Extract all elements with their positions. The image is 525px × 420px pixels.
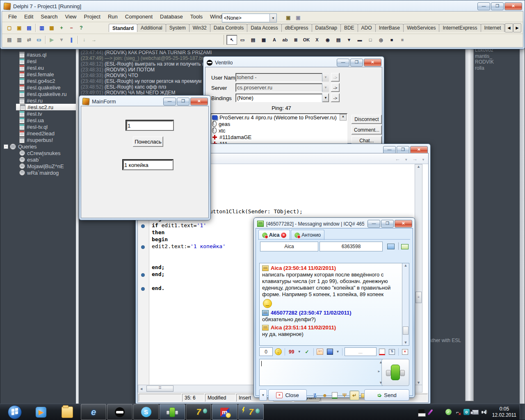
- breakpoint-dot-icon[interactable]: [141, 224, 145, 228]
- vent-disconnect-button[interactable]: Disconnect: [352, 115, 382, 124]
- close-chat-button[interactable]: × Close: [268, 389, 307, 401]
- minimize-button[interactable]: —: [477, 2, 490, 10]
- vent-comment-button[interactable]: Comment...: [352, 126, 382, 135]
- breakpoint-dot-icon[interactable]: [141, 245, 145, 249]
- taskbar-start-button[interactable]: [2, 404, 27, 420]
- popupmenu-component-icon[interactable]: ▦: [258, 35, 269, 45]
- palette-tab-system[interactable]: System: [166, 24, 189, 32]
- message-notes-icon[interactable]: [330, 390, 340, 400]
- expand-input-icon[interactable]: ⇅: [388, 347, 396, 357]
- server-field[interactable]: cs.proserver.ru ▼: [235, 83, 329, 92]
- app-o-tray-icon[interactable]: o: [463, 409, 470, 415]
- trace-into-icon[interactable]: ↓: [79, 35, 89, 44]
- palette-tab-internetexpress[interactable]: InternetExpress: [439, 24, 481, 32]
- frames-component-icon[interactable]: ▭: [237, 35, 248, 45]
- radiogroup-component-icon[interactable]: ◎: [376, 35, 386, 45]
- scroll-down-icon[interactable]: ▼: [402, 340, 409, 345]
- add-user-icon[interactable]: ☻: [320, 390, 330, 400]
- font-style-icon[interactable]: Z: [310, 390, 320, 400]
- chevron-down-icon[interactable]: ▼: [322, 94, 329, 102]
- palette-tab-data-controls[interactable]: Data Controls: [210, 24, 247, 32]
- channel-item-#esl-tv[interactable]: #esl.tv: [0, 110, 76, 117]
- minimize-button[interactable]: —: [337, 59, 349, 66]
- menu-file[interactable]: File: [5, 12, 21, 21]
- actionlist-component-icon[interactable]: ≡: [397, 35, 408, 45]
- radiobutton-component-icon[interactable]: ◉: [322, 35, 333, 45]
- close-button[interactable]: ✕: [395, 220, 412, 228]
- scroll-thumb[interactable]: ☰: [146, 386, 173, 392]
- save-icon[interactable]: ▤: [24, 23, 34, 32]
- quote-icon[interactable]: 99: [287, 347, 296, 357]
- run-dropdown-icon[interactable]: ▼: [57, 35, 66, 44]
- set-debug-desktop-icon[interactable]: ▣: [293, 13, 303, 22]
- queries-group[interactable]: −Queries: [0, 143, 76, 150]
- taskbar-skype-button[interactable]: S: [133, 404, 159, 420]
- query-item-wra-mairdog[interactable]: wRa`mairdog: [0, 169, 76, 176]
- restore-button[interactable]: ❐: [350, 59, 363, 66]
- panel-collapse-arrow-icon[interactable]: ►: [377, 370, 381, 373]
- breakpoint-dot-icon[interactable]: [141, 287, 145, 291]
- taskbar-delphi-run-button[interactable]: 7: [238, 404, 264, 420]
- tabs-scroll-right-icon[interactable]: ►: [513, 23, 521, 32]
- bindings-combo[interactable]: (None) ▼: [235, 94, 329, 102]
- breakpoint-dot-icon[interactable]: [141, 273, 145, 277]
- channel-item-#esl-quakelive[interactable]: #esl.quakelive: [0, 84, 76, 91]
- close-button[interactable]: ✕: [190, 98, 208, 105]
- mirc-tree-splitter[interactable]: [76, 46, 79, 404]
- close-button[interactable]: ✕: [364, 59, 381, 66]
- save-desktop-icon[interactable]: ▣: [283, 13, 293, 22]
- query-item-ccrew-snukes[interactable]: cCrew|snukes: [0, 150, 76, 156]
- palette-tab-internet[interactable]: Internet: [481, 24, 505, 32]
- contact-card-icon[interactable]: [386, 242, 396, 251]
- open-icon[interactable]: ▣: [14, 23, 24, 32]
- menu-database[interactable]: Database: [156, 12, 187, 21]
- remove-file-icon[interactable]: −: [66, 23, 76, 32]
- pointer-component-icon[interactable]: ↖: [226, 35, 237, 45]
- taskbar-clock[interactable]: 0:05 12.02.2011: [492, 406, 516, 418]
- volume-tray-icon[interactable]: [481, 409, 488, 415]
- forward-dropdown-icon[interactable]: ▼: [422, 158, 425, 162]
- nick-mantis[interactable]: mantis_: [475, 53, 492, 59]
- query-item-esab[interactable]: esab`: [0, 156, 76, 163]
- back-dropdown-icon[interactable]: ▼: [404, 158, 408, 162]
- palette-tab-data-access[interactable]: Data Access: [247, 24, 282, 32]
- restore-button[interactable]: ❐: [177, 98, 189, 105]
- history-folder-icon[interactable]: [399, 242, 410, 251]
- scroll-thumb[interactable]: [403, 326, 409, 335]
- channel-item-#esl-quakelive-ru[interactable]: #esl.quakelive.ru: [0, 91, 76, 97]
- quote-dropdown-icon[interactable]: ▼: [297, 347, 301, 357]
- menu-edit[interactable]: Edit: [21, 12, 37, 21]
- bindings-go-button[interactable]: ->: [331, 94, 340, 102]
- menu-search[interactable]: Search: [37, 12, 61, 21]
- channel-item-#esl-tv-ql[interactable]: #esl-tv.ql: [0, 123, 76, 130]
- new-form-icon[interactable]: ▭: [34, 35, 44, 44]
- calendar-icon[interactable]: 1=: [316, 347, 324, 357]
- nick-rodvik[interactable]: RODVIK: [475, 59, 494, 65]
- palette-tab-datasnap[interactable]: DataSnap: [312, 24, 341, 32]
- save-all-icon[interactable]: ▥: [37, 23, 47, 32]
- run-icon[interactable]: ▶: [47, 35, 57, 44]
- query-item-mojawi-buz-ne[interactable]: Mojawi|BuZ^nE: [0, 163, 76, 169]
- toggle-form-unit-icon[interactable]: ⇄: [24, 35, 34, 44]
- collapse-icon[interactable]: −: [4, 144, 8, 149]
- listbox-component-icon[interactable]: ▤: [333, 35, 344, 45]
- channel-item-#need2lead[interactable]: #need2lead: [0, 130, 76, 137]
- taskbar-ventrilo-button[interactable]: [107, 404, 132, 420]
- close-tab-icon[interactable]: ×: [281, 233, 286, 238]
- channel-item-#esl-eu[interactable]: #esl.eu: [0, 64, 76, 71]
- mirc-chat-scrollbar[interactable]: [465, 49, 474, 401]
- close-chat-icon[interactable]: ×: [401, 347, 409, 357]
- tabs-scroll-left-icon[interactable]: ◄: [505, 23, 513, 32]
- channel-item-#esl[interactable]: #esl: [0, 58, 76, 64]
- vent-tree-item-xtc[interactable]: xtc: [211, 127, 347, 134]
- scrollbar-component-icon[interactable]: ▬: [354, 35, 365, 45]
- send-on-enter-icon[interactable]: ↵: [349, 390, 359, 400]
- edit-component-icon[interactable]: ab: [280, 35, 290, 45]
- channel-item-#asus-ql[interactable]: #asus.ql: [0, 51, 76, 58]
- minimize-button[interactable]: —: [163, 98, 176, 105]
- channel-item-#esl-ru[interactable]: #esl.ru: [0, 97, 76, 104]
- show-desktop-button[interactable]: [520, 404, 525, 420]
- channel-item-#esl-go4sc2[interactable]: #esl.go4sc2: [0, 78, 76, 84]
- taskbar-mirc-button[interactable]: m: [212, 404, 237, 420]
- scroll-up-icon[interactable]: ▲: [402, 263, 409, 267]
